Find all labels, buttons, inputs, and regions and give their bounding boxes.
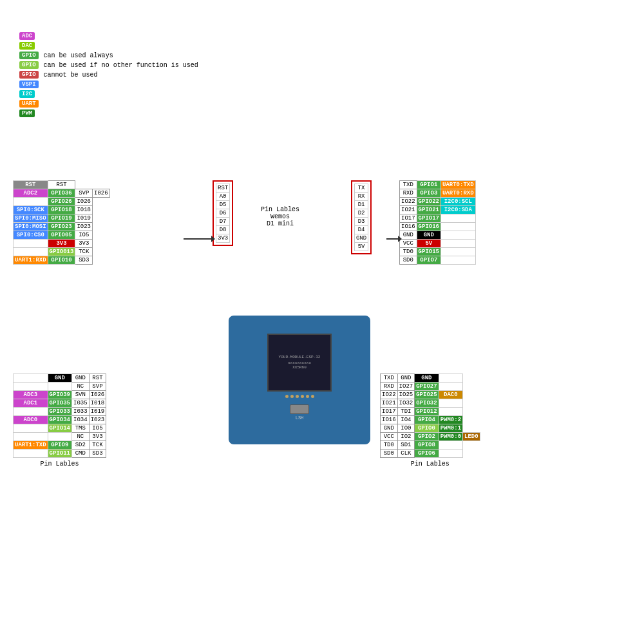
table-row: RST RST [14, 181, 110, 189]
legend-vspi: VSPI [19, 80, 198, 88]
table-row: SPI0:MISO GPIO19 I019 [14, 214, 110, 223]
table-row: GPIO33 I033 I019 [14, 408, 106, 416]
table-row: GND GND [400, 231, 476, 240]
table-row: NC 3V3 [14, 433, 106, 441]
d1mini-left-box: RST A0 D5 D6 D7 D8 3V3 [213, 180, 233, 246]
table-row: IO16 GPIO16 [400, 223, 476, 231]
table-row: IO17 TDI GPIO12 [381, 408, 480, 416]
bottom-right-label: Pin Lables [380, 460, 480, 468]
bottom-right-pins: TXD GND GND RXD IO27 GPIO27 IO22 IO25 GP… [380, 374, 480, 468]
table-row: IO22 IO25 GPIO25 DAC0 [381, 391, 480, 399]
d1mini-text: D1 mini [261, 220, 299, 227]
legend-section: ADC DAC GPIO can be used always GPIO can… [19, 32, 198, 119]
bottom-left-pins: GND GND RST NC SVP ADC3 GPIO39 SVN I026 … [13, 374, 106, 468]
top-right-pins: TXD GPIO1 UART0:TXD RXD GPIO3 UART0:RXD … [399, 180, 476, 265]
legend-gpio3-badge: GPIO [19, 71, 39, 79]
table-row: SD0 CLK GPIO6 [381, 450, 480, 458]
chip-label-mid: xxxxxxxxxx [288, 361, 311, 365]
table-row: TXD GND GND [381, 374, 480, 383]
pin-labels-text: Pin Lables [261, 206, 299, 213]
table-row: GPIO14 TMS IO5 [14, 424, 106, 433]
table-row: TD0 SD1 GPIO8 [381, 441, 480, 450]
table-row: ADC2 GPIO36 SVP I026 [14, 189, 110, 198]
table-row: GPIO013 TCK [14, 248, 110, 256]
legend-adc: ADC [19, 32, 198, 40]
table-row: ADC3 GPIO39 SVN I026 [14, 391, 106, 399]
table-row: ADC0 GPIO34 I034 I023 [14, 416, 106, 424]
table-row: RXD IO27 GPIO27 [381, 383, 480, 391]
usb-connector [290, 404, 309, 414]
table-row: IO22 GPIO22 I2C0:SCL [400, 198, 476, 206]
bottom-right-table: TXD GND GND RXD IO27 GPIO27 IO22 IO25 GP… [380, 374, 480, 458]
table-row: VCC IO2 GPIO2 PWM0:0 LED0 [381, 433, 480, 441]
table-row: UART1:TXD GPIO9 SD2 TCK [14, 441, 106, 450]
main-diagram: ADC DAC GPIO can be used always GPIO can… [0, 0, 644, 644]
table-row: ADC1 GPIO35 I035 I018 [14, 399, 106, 408]
d1mini-right-box: TX RX D1 D2 D3 D4 GND 5V [351, 180, 372, 254]
board-pins-top [285, 395, 314, 398]
table-row: VCC 5V [400, 240, 476, 248]
esp32-chip: YOUR-MODULE-ESP-32 xxxxxxxxxx XX5R60 [267, 334, 332, 392]
legend-gpio2-badge: GPIO [19, 61, 39, 69]
legend-dac: DAC [19, 42, 198, 50]
wemos-text: Wemos [261, 213, 299, 220]
legend-gpio1: GPIO can be used always [19, 52, 198, 59]
top-right-table: TXD GPIO1 UART0:TXD RXD GPIO3 UART0:RXD … [399, 180, 476, 265]
table-row: SPI0:MOSI GPIO23 I023 [14, 223, 110, 231]
table-row: IO21 GPIO21 I2C0:SDA [400, 206, 476, 214]
legend-i2c: I2C [19, 90, 198, 98]
table-row: RXD GPIO3 UART0:RXD [400, 189, 476, 198]
table-row: GND IO0 GPIO0 PWM0:1 [381, 424, 480, 433]
legend-gpio2-text: can be used if no other function is used [44, 62, 198, 69]
legend-gpio1-badge: GPIO [19, 52, 39, 59]
table-row: 3V3 3V3 [14, 240, 110, 248]
table-row: IO21 IO32 GPIO32 [381, 399, 480, 408]
table-row: SPI0:SCK GPIO18 I018 [14, 206, 110, 214]
top-left-table: RST RST ADC2 GPIO36 SVP I026 GPIO26 I026… [13, 180, 110, 265]
esp32-board: YOUR-MODULE-ESP-32 xxxxxxxxxx XX5R60 LSH [229, 316, 370, 444]
legend-gpio1-text: can be used always [44, 52, 113, 59]
table-row: SPI0:CS0 GPIO05 IO5 [14, 231, 110, 240]
table-row: GPIO11 CMD SD3 [14, 450, 106, 458]
table-row: SD0 GPIO7 [400, 256, 476, 265]
arrow-d1mini-to-right [386, 238, 399, 240]
legend-gpio3-text: cannot be used [44, 71, 98, 79]
top-left-pins: RST RST ADC2 GPIO36 SVP I026 GPIO26 I026… [13, 180, 110, 265]
legend-pwm-badge: PWM [19, 109, 35, 117]
table-row: IO17 GPIO17 [400, 214, 476, 223]
legend-uart: UART [19, 100, 198, 108]
arrow-left-to-d1mini [184, 238, 213, 240]
legend-vspi-badge: VSPI [19, 80, 39, 88]
table-row: UART1:RXD GPIO10 SD3 [14, 256, 110, 265]
board-text-lsh: LSH [296, 415, 304, 421]
d1mini-right-table: TX RX D1 D2 D3 D4 GND 5V [354, 184, 368, 251]
legend-gpio3: GPIO cannot be used [19, 71, 198, 79]
center-label: Pin Lables Wemos D1 mini [261, 206, 299, 227]
bottom-left-table: GND GND RST NC SVP ADC3 GPIO39 SVN I026 … [13, 374, 106, 458]
table-row: NC SVP [14, 383, 106, 391]
legend-uart-badge: UART [19, 100, 39, 108]
legend-dac-badge: DAC [19, 42, 35, 50]
bottom-left-label: Pin Lables [13, 460, 106, 468]
d1mini-left-table: RST A0 D5 D6 D7 D8 3V3 [216, 184, 230, 243]
legend-gpio2: GPIO can be used if no other function is… [19, 61, 198, 69]
table-row: TXD GPIO1 UART0:TXD [400, 181, 476, 189]
legend-pwm: PWM [19, 109, 198, 117]
table-row: IO16 IO4 GPIO4 PWM0:2 [381, 416, 480, 424]
table-row: GND GND RST [14, 374, 106, 383]
chip-label-top: YOUR-MODULE-ESP-32 [279, 355, 321, 359]
chip-label-bot: XX5R60 [292, 365, 307, 370]
legend-adc-badge: ADC [19, 32, 35, 40]
table-row: GPIO26 I026 [14, 198, 110, 206]
legend-i2c-badge: I2C [19, 90, 35, 98]
table-row: TD0 GPIO15 [400, 248, 476, 256]
